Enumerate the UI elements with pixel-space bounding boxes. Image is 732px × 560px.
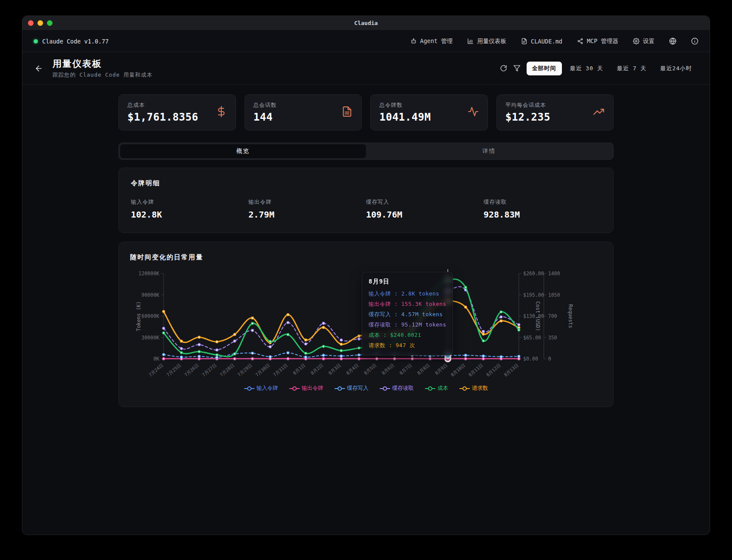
bot-icon [410, 38, 417, 44]
nav-item-4[interactable]: 设置 [633, 37, 654, 45]
legend-item: 成本 [425, 385, 448, 392]
tab-overview[interactable]: 概览 [120, 144, 366, 158]
globe-button[interactable] [669, 37, 676, 45]
svg-text:$0.00: $0.00 [523, 356, 538, 362]
trending-up-icon [593, 106, 605, 117]
stat-card-3: 平均每会话成本$12.235 [496, 94, 614, 131]
token-breakdown-grid: 输入令牌102.8K输出令牌2.79M缓存写入109.76M缓存读取928.83… [131, 199, 601, 220]
legend-label: 输入令牌 [257, 385, 278, 392]
svg-text:8月11日: 8月11日 [467, 362, 484, 377]
token-breakdown-card: 令牌明细 输入令牌102.8K输出令牌2.79M缓存写入109.76M缓存读取9… [118, 168, 614, 233]
token-breakdown-item-1: 输出令牌2.79M [248, 199, 366, 220]
tab-details[interactable]: 详情 [366, 144, 612, 158]
svg-text:350: 350 [548, 335, 557, 341]
svg-text:$195.00: $195.00 [523, 292, 544, 298]
status-dot-icon [34, 39, 38, 44]
time-range-button-1[interactable]: 最近 30 天 [565, 62, 609, 75]
svg-text:7月29日: 7月29日 [236, 362, 253, 377]
token-label: 输出令牌 [248, 199, 366, 206]
stat-value: 1041.49M [379, 111, 468, 123]
tooltip-row: 请求数 : 947 次 [369, 342, 446, 349]
stat-value: $1,761.8356 [127, 111, 216, 123]
stat-cards-row: 总成本$1,761.8356总会话数144总令牌数1041.49M平均每会话成本… [118, 94, 614, 131]
nav-item-2[interactable]: CLAUDE.md [521, 38, 562, 45]
legend-mark-icon [425, 386, 435, 391]
tooltip-row: 成本 : $240.0021 [369, 332, 446, 339]
arrow-left-icon [34, 64, 43, 73]
activity-icon [468, 106, 479, 117]
stat-label: 总成本 [127, 102, 216, 109]
tooltip-row: 缓存读取 : 95.12M tokens [369, 321, 446, 329]
stat-value: $12.235 [506, 111, 594, 123]
token-breakdown-item-0: 输入令牌102.8K [131, 199, 248, 220]
app-window: Claudia Claude Code v1.0.77 Agent 管理用量仪表… [22, 16, 710, 535]
legend-mark-icon [289, 386, 300, 391]
usage-chart-card: 随时间变化的日常用量 120000K$260.00140090000K$195.… [118, 242, 614, 407]
svg-text:8月3日: 8月3日 [327, 362, 341, 376]
stat-label: 总令牌数 [379, 102, 468, 109]
page-header: 用量仪表板 跟踪您的 Claude Code 用量和成本 全部时间最近 30 天… [22, 52, 710, 85]
svg-text:7月30日: 7月30日 [254, 362, 270, 377]
legend-item: 输出令牌 [289, 385, 323, 392]
svg-text:$260.00: $260.00 [523, 271, 544, 277]
svg-text:1400: 1400 [548, 271, 560, 277]
token-value: 928.83M [484, 209, 601, 220]
info-button[interactable] [691, 37, 698, 45]
back-button[interactable] [34, 64, 43, 73]
nav-item-0[interactable]: Agent 管理 [410, 37, 453, 45]
svg-text:8月10日: 8月10日 [450, 362, 466, 377]
svg-text:Tokens (K): Tokens (K) [136, 301, 142, 331]
svg-text:Cost (USD): Cost (USD) [535, 301, 541, 331]
svg-text:8月7日: 8月7日 [398, 362, 413, 376]
svg-text:60000K: 60000K [141, 313, 159, 319]
legend-label: 缓存读取 [392, 385, 414, 392]
token-breakdown-item-2: 缓存写入109.76M [366, 199, 484, 220]
page-titles: 用量仪表板 跟踪您的 Claude Code 用量和成本 [53, 58, 152, 79]
info-icon [691, 37, 698, 45]
time-range-button-2[interactable]: 最近 7 天 [611, 62, 652, 75]
window-title: Claudia [22, 20, 710, 26]
time-range-button-0[interactable]: 全部时间 [527, 62, 562, 75]
filter-icon [513, 65, 521, 72]
page-title: 用量仪表板 [53, 58, 152, 70]
nav-item-label: 设置 [643, 37, 654, 45]
svg-text:8月13日: 8月13日 [503, 362, 519, 377]
tooltip-row: 缓存写入 : 4.57M tokens [369, 311, 446, 318]
legend-label: 请求数 [472, 385, 488, 392]
tooltip-date: 8月9日 [369, 278, 446, 286]
nav-item-3[interactable]: MCP 管理器 [577, 37, 618, 45]
refresh-button[interactable] [500, 65, 507, 72]
page-subtitle: 跟踪您的 Claude Code 用量和成本 [53, 72, 152, 79]
chart-canvas[interactable]: 120000K$260.00140090000K$195.00105060000… [130, 265, 602, 380]
time-range-button-3[interactable]: 最近24小时 [654, 62, 698, 75]
nav-item-label: Agent 管理 [420, 37, 453, 45]
svg-text:7月24日: 7月24日 [148, 362, 164, 377]
header-controls: 全部时间最近 30 天最近 7 天最近24小时 [500, 62, 698, 75]
globe-icon [669, 37, 676, 45]
time-range-group: 全部时间最近 30 天最近 7 天最近24小时 [527, 62, 698, 75]
top-navbar: Claude Code v1.0.77 Agent 管理用量仪表板CLAUDE.… [22, 31, 710, 52]
svg-text:1050: 1050 [548, 292, 560, 298]
token-breakdown-title: 令牌明细 [131, 179, 601, 187]
svg-text:7月27日: 7月27日 [201, 362, 217, 377]
tooltip-row: 输入令牌 : 2.8K tokens [369, 290, 446, 298]
tooltip-rows: 输入令牌 : 2.8K tokens输出令牌 : 155.3K tokens缓存… [369, 290, 446, 349]
stat-card-2: 总令牌数1041.49M [370, 94, 488, 131]
svg-text:7月25日: 7月25日 [165, 362, 182, 377]
filter-button[interactable] [513, 65, 521, 72]
tabs: 概览详情 [118, 143, 614, 160]
svg-text:8月4日: 8月4日 [345, 362, 360, 376]
tooltip-row: 输出令牌 : 155.3K tokens [369, 301, 446, 308]
nav-item-1[interactable]: 用量仪表板 [467, 37, 506, 45]
svg-text:8月9日: 8月9日 [434, 362, 448, 376]
token-label: 缓存读取 [484, 199, 601, 206]
chart-legend: 输入令牌输出令牌缓存写入缓存读取成本请求数 [130, 385, 602, 392]
token-label: 缓存写入 [366, 199, 484, 206]
svg-text:7月28日: 7月28日 [219, 362, 235, 377]
svg-text:8月2日: 8月2日 [310, 362, 324, 376]
token-breakdown-item-3: 缓存读取928.83M [484, 199, 601, 220]
legend-mark-icon [244, 386, 254, 391]
app-status: Claude Code v1.0.77 [34, 38, 109, 45]
legend-label: 成本 [437, 385, 448, 392]
stat-card-1: 总会话数144 [245, 94, 362, 131]
